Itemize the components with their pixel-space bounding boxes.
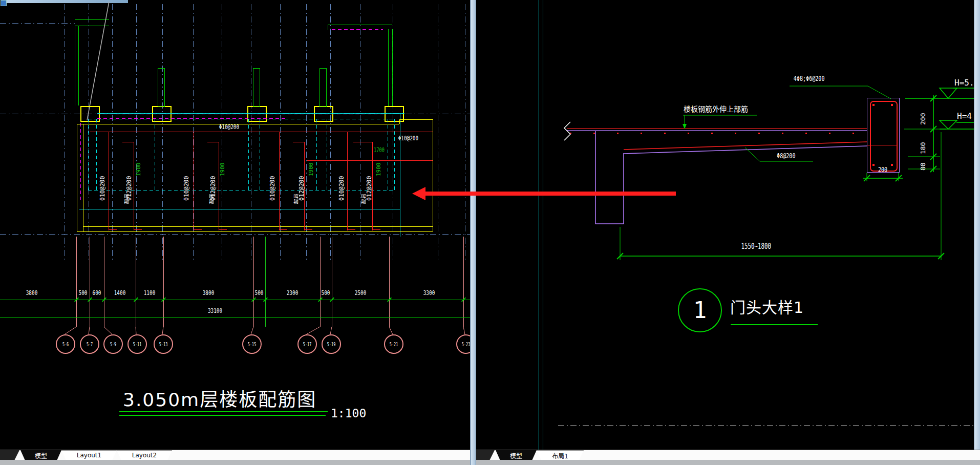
slab-outline (83, 124, 83, 231)
tab-layout1[interactable]: Layout1 (61, 450, 117, 460)
grid-bubble-label: 5-13 (159, 342, 167, 347)
rebar-length: 1900 (136, 153, 141, 176)
grid-bubble-label: 5-9 (110, 342, 116, 347)
rebar-line (90, 132, 433, 132)
rebar-length: 1900 (308, 153, 314, 176)
tab-layout1[interactable]: 布局1 (537, 450, 584, 460)
rebar-label: Φ10@200 (270, 158, 276, 201)
slab-panel-edge (394, 119, 395, 191)
bottom-bars-label: Φ8@200 (777, 152, 795, 159)
rebar-label: Φ12@200 (299, 158, 305, 201)
rebar-bar (109, 132, 109, 230)
slab-panel-divider (248, 119, 249, 191)
grid-bubble-label: 5-6 (62, 342, 69, 347)
axis-extension (253, 237, 254, 327)
grid-bubble: 5-6 (56, 334, 75, 354)
rebar-length: 1900 (376, 153, 381, 176)
rebar-hook (219, 229, 227, 230)
slab-outline (399, 119, 433, 120)
slab-panel-divider (327, 119, 327, 191)
rebar-hook (134, 229, 142, 230)
rebar-label: Φ10@200 (100, 158, 106, 201)
left-horizontal-scrollbar[interactable] (0, 460, 470, 465)
rebar-label: Φ10@200 (339, 158, 345, 201)
wall-hidden-line (97, 115, 387, 115)
dim-total: 33100 (204, 307, 226, 314)
cad-workspace: Φ10@200 Φ12@200 1900 Φ10@200 Φ12@200 190… (0, 0, 980, 465)
dim-value: 2500 (352, 289, 369, 296)
rebar-corner-dot (891, 104, 893, 106)
right-horizontal-scrollbar[interactable] (475, 460, 980, 465)
axis-extension (104, 237, 104, 327)
detail-linework (475, 0, 980, 450)
axis-extension (90, 237, 90, 327)
vertical-dim: 200 (920, 102, 926, 125)
span-dim: 1550~1800 (741, 243, 771, 250)
grid-bubble: 5-17 (297, 334, 317, 354)
axis-extension (463, 237, 464, 327)
grid-bubble-label: 5-17 (303, 342, 311, 347)
grid-bubble-label: 5-11 (133, 342, 141, 347)
tab-layout2[interactable]: Layout2 (117, 450, 172, 460)
rebar-bar (219, 142, 219, 230)
detail-title: 门头大样1 (730, 300, 804, 315)
dim-value: 3800 (200, 289, 217, 296)
arrow-shaft (424, 192, 676, 196)
axis-extension (265, 237, 266, 327)
window-divider-scrollbar[interactable] (470, 0, 476, 465)
rebar-bar (194, 132, 194, 230)
rebar-hook (279, 229, 287, 230)
left-drawing-viewport[interactable]: Φ10@200 Φ12@200 1900 Φ10@200 Φ12@200 190… (0, 0, 470, 450)
right-drawing-viewport[interactable]: 4Φ8;Φ6@200 楼板钢筋外伸上部筋 Φ8@200 H=5. H=4 200… (475, 0, 980, 450)
tab-model-label: 模型 (510, 451, 522, 460)
axis-extension (320, 237, 321, 327)
grid-bubble-label: 5-19 (327, 342, 335, 347)
dim-line (0, 300, 470, 300)
vertical-dim: 80 (920, 155, 926, 171)
tab-layout2-label: Layout2 (132, 452, 157, 459)
rebar-hook (109, 229, 117, 230)
beam-width-dim: 200 (874, 166, 891, 173)
column (80, 106, 100, 122)
rebar-hook (372, 229, 380, 230)
rebar-hook (353, 142, 372, 142)
grid-bubble: 5-19 (322, 334, 341, 354)
slab-outline (399, 119, 400, 124)
level-label: H=5. (954, 79, 974, 87)
vertical-scrollbar[interactable] (974, 0, 980, 450)
slab-panel-divider (155, 119, 155, 191)
rebar-label: Φ10@200 (398, 135, 418, 141)
extra-bar-label: 附加 (294, 191, 299, 204)
tab-model[interactable]: 模型 (496, 450, 537, 460)
title-underline (119, 411, 328, 412)
dim-value: 500 (252, 289, 266, 296)
slab-panel-divider (260, 119, 260, 191)
slab-outline (83, 226, 433, 227)
tab-corner (0, 450, 19, 460)
column (247, 106, 267, 122)
slab-outline (77, 124, 77, 231)
grid-bubble: 5-9 (103, 334, 123, 354)
tab-model-label: 模型 (35, 451, 47, 460)
extra-bar-label: 附加 (361, 191, 367, 204)
wall-hidden-line (80, 123, 81, 200)
extra-bar-label: 附加 (209, 191, 215, 204)
grid-bubble: 5-7 (80, 334, 99, 354)
rebar-label: Φ10@200 (184, 158, 190, 201)
tab-model[interactable]: 模型 (20, 450, 61, 460)
grid-bubble: 5-11 (127, 334, 147, 354)
annotation-arrow (412, 187, 676, 200)
rebar-bar (134, 142, 134, 230)
dim-value: 2300 (284, 289, 301, 296)
slab-panel-divider (96, 119, 97, 191)
rebar-label: Φ10@200 (219, 123, 239, 130)
rebar-bar (347, 132, 348, 230)
pier (253, 68, 260, 107)
grid-bubble-label: 5-15 (248, 342, 256, 347)
slab-panel-divider (316, 119, 317, 191)
beam-line (97, 113, 404, 114)
grid-bubble: 5-13 (154, 334, 173, 354)
rebar-label: Φ12@200 (367, 158, 373, 201)
extra-bar-label: 附加 (124, 191, 130, 204)
grid-bubble: 5-21 (384, 334, 403, 354)
